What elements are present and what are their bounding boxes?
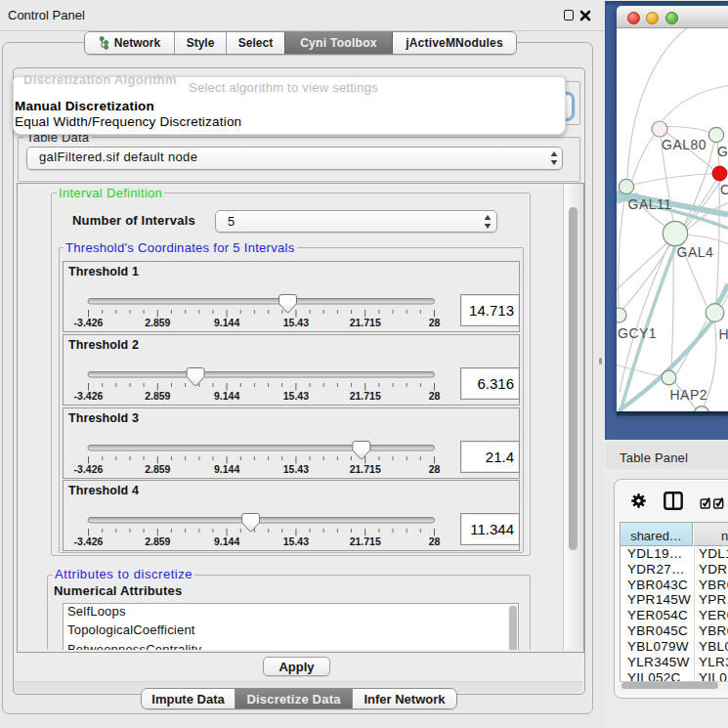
svg-text:9.144: 9.144 <box>214 463 239 475</box>
svg-text:2.859: 2.859 <box>145 390 170 402</box>
svg-text:21.715: 21.715 <box>350 317 381 328</box>
svg-text:21.715: 21.715 <box>350 535 381 547</box>
svg-text:GA: GA <box>717 143 728 158</box>
svg-text:-3.426: -3.426 <box>74 535 104 547</box>
svg-text:2.859: 2.859 <box>145 463 170 475</box>
svg-text:CY: CY <box>720 182 728 197</box>
svg-text:2.859: 2.859 <box>145 317 170 328</box>
svg-text:HA: HA <box>719 325 728 341</box>
svg-text:HAP2: HAP2 <box>670 386 708 402</box>
svg-text:GAL80: GAL80 <box>662 137 707 152</box>
svg-text:9.144: 9.144 <box>214 535 239 547</box>
svg-text:28: 28 <box>429 317 441 328</box>
svg-text:15.43: 15.43 <box>283 390 309 402</box>
svg-text:28: 28 <box>429 390 441 402</box>
svg-text:-3.426: -3.426 <box>74 390 104 402</box>
svg-text:9.144: 9.144 <box>214 317 239 328</box>
svg-text:15.43: 15.43 <box>283 535 309 547</box>
svg-text:28: 28 <box>429 535 441 547</box>
svg-text:9.144: 9.144 <box>214 390 239 402</box>
svg-text:21.715: 21.715 <box>350 390 381 402</box>
svg-text:15.43: 15.43 <box>283 463 309 475</box>
svg-text:GCY1: GCY1 <box>618 325 657 341</box>
svg-text:15.43: 15.43 <box>283 317 309 328</box>
svg-text:28: 28 <box>429 463 441 475</box>
svg-text:21.715: 21.715 <box>350 463 381 475</box>
svg-text:2.859: 2.859 <box>145 535 170 547</box>
svg-text:-3.426: -3.426 <box>74 317 104 328</box>
svg-text:GAL11: GAL11 <box>628 195 672 211</box>
svg-text:-3.426: -3.426 <box>74 463 104 475</box>
svg-text:GAL4: GAL4 <box>677 244 714 260</box>
